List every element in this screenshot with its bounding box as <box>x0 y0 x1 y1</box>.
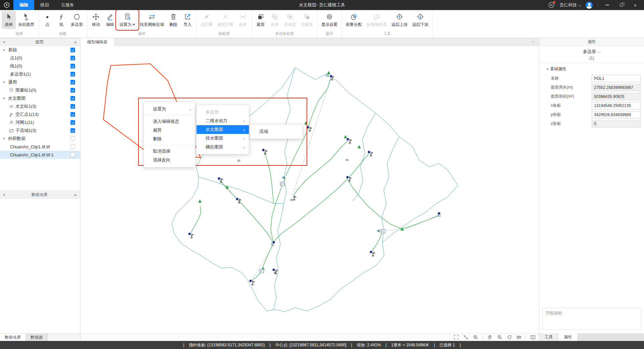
layer-checkbox[interactable] <box>70 72 75 77</box>
layer-item-junction[interactable]: 交汇点1(13) <box>0 110 80 118</box>
tab-data-source[interactable]: 数据源 <box>26 334 48 341</box>
name-field[interactable]: POL1 <box>592 75 641 82</box>
split-view-icon[interactable] <box>530 335 536 340</box>
menu-simulate[interactable]: 模拟 <box>34 0 55 10</box>
merge-line-icon <box>239 13 247 21</box>
map-canvas[interactable] <box>80 46 539 341</box>
display-settings-button[interactable]: 显示设置 <box>319 11 340 29</box>
tab-model-editor[interactable]: 模型编辑器 <box>80 38 114 46</box>
layer-item-subbasin[interactable]: 子流域1(3) <box>0 127 80 135</box>
layer-item-tif-1[interactable]: ChuanAn_Clip1.tif.tif <box>0 143 80 151</box>
layer-item-tif-2[interactable]: ChuanAn_Clip1.tif.tif-1 <box>0 151 80 159</box>
ctx-sub-coupling-layer[interactable]: 耦合图层› <box>197 143 249 151</box>
layer-item-rain-station[interactable]: 雨量站1(0) <box>0 86 80 94</box>
x-coordinate-field[interactable]: 13194548.25952135 <box>592 102 641 109</box>
current-layer-button[interactable]: 当前图层 <box>16 11 37 29</box>
layer-checkbox[interactable] <box>70 120 75 125</box>
layer-checkbox[interactable] <box>70 96 75 101</box>
menu-edit[interactable]: 编辑 <box>13 0 34 10</box>
layer-item-line[interactable]: 线1(0) <box>0 62 80 70</box>
weight-allocation-button[interactable]: 权重分配 <box>343 11 364 29</box>
delete-button[interactable]: 删除 <box>166 11 180 29</box>
section-basic-properties[interactable]: ▾ 基础属性 <box>539 63 644 74</box>
ribbon-group-tools: 权重分配 纵断面检查 追踪上游 追踪下游 工具 <box>342 10 433 38</box>
tab-properties[interactable]: 属性 <box>558 333 578 341</box>
menu-cloud[interactable]: 云服务 <box>55 0 80 10</box>
layer-item-point[interactable]: 点1(0) <box>0 54 80 62</box>
polygon-button[interactable]: 多边形 <box>68 11 85 29</box>
sidebar-bottom-tabs: 数据仓库 数据源 <box>0 333 80 341</box>
pan-hand-icon[interactable] <box>487 335 493 340</box>
to-grid-region-button[interactable]: 转至网格区域 <box>138 11 166 29</box>
ctx-delete[interactable]: 删除 <box>144 135 195 143</box>
point-icon <box>43 13 51 21</box>
add-layer-icon[interactable]: + <box>74 39 77 45</box>
fit-extent-icon[interactable] <box>453 335 459 340</box>
edit-button[interactable]: 编辑 <box>103 11 117 29</box>
add-data-icon[interactable]: + <box>74 192 77 198</box>
clip-button[interactable]: 裁剪 <box>254 11 268 29</box>
selection-type-dropdown[interactable]: 多边形 <box>583 49 600 55</box>
layers-panel-header[interactable]: ▾ 图层 + <box>0 38 80 46</box>
select-button[interactable]: 选择 <box>2 11 16 29</box>
point-button[interactable]: 点 <box>40 11 54 29</box>
restore-button[interactable] <box>616 0 626 10</box>
ctx-set-as[interactable]: 设置为› <box>144 105 195 113</box>
shrink-extent-icon[interactable] <box>463 335 469 340</box>
layer-group-hydrology[interactable]: ▾水文图层 <box>0 94 80 102</box>
ctx-deselect[interactable]: 取消选择 <box>144 147 195 156</box>
ribbon-group-label: 多边形处理 <box>254 31 315 38</box>
layer-checkbox[interactable] <box>70 128 75 133</box>
layer-checkbox[interactable] <box>70 64 75 68</box>
line-button[interactable]: 线 <box>54 11 68 29</box>
ctx-invert-selection[interactable]: 选择反向 <box>144 156 195 164</box>
import-button[interactable]: 导入 <box>180 11 195 29</box>
layer-checkbox[interactable] <box>70 88 75 93</box>
tab-tools[interactable]: 工具 <box>539 333 558 341</box>
2d-mode-button[interactable]: 2D <box>517 335 521 339</box>
datastore-panel-header[interactable]: ▾ 数据仓库 + <box>0 191 80 199</box>
ctx-sub-watershed[interactable]: 流域 <box>250 127 303 136</box>
zoom-in-icon[interactable] <box>497 335 502 340</box>
notification-icon[interactable] <box>548 2 555 8</box>
trace-upstream-button[interactable]: 追踪上游 <box>389 11 410 29</box>
layer-checkbox[interactable] <box>70 80 75 85</box>
org-dropdown[interactable]: 贵仁科技 <box>559 2 581 8</box>
toolbar-divider <box>483 335 483 340</box>
close-button[interactable]: × <box>631 0 640 10</box>
tab-data-warehouse[interactable]: 数据仓库 <box>0 334 26 341</box>
layer-checkbox[interactable] <box>70 48 75 52</box>
refresh-icon[interactable] <box>507 335 512 340</box>
app-logo[interactable] <box>0 0 13 10</box>
layer-group-external[interactable]: ▾外部数据 <box>0 135 80 143</box>
ctx-clip[interactable]: 裁剪 <box>144 126 195 135</box>
layer-checkbox[interactable] <box>70 104 75 109</box>
layer-checkbox[interactable] <box>70 112 75 117</box>
trace-downstream-button[interactable]: 追踪下游 <box>410 11 431 29</box>
layer-group-general[interactable]: ▾通用 <box>0 78 80 86</box>
layer-group-basic[interactable]: ▾基础 <box>0 46 80 54</box>
layer-item-hydro-station[interactable]: 水文站1(3) <box>0 102 80 110</box>
minimize-button[interactable] <box>602 0 612 10</box>
notification-dot <box>553 1 555 3</box>
move-button[interactable]: 移动 <box>89 11 103 29</box>
layer-checkbox[interactable] <box>70 56 75 60</box>
intersect-icon <box>286 13 294 21</box>
ctx-sub-hydrology-layer[interactable]: 水文图层› <box>197 125 249 134</box>
ctx-sub-2d-hydro[interactable]: 二维水动力› <box>197 116 249 125</box>
layer-checkbox[interactable] <box>70 136 75 141</box>
layer-item-polygon[interactable]: 多边形1(1) <box>0 70 80 78</box>
zoom-select-icon[interactable] <box>473 335 478 340</box>
ctx-enter-edit[interactable]: 进入编辑状态 <box>144 117 195 126</box>
y-coordinate-field[interactable]: 3429526.834839989 <box>592 111 641 118</box>
chevron-down-icon[interactable] <box>532 40 535 43</box>
layer-item-river-network[interactable]: 河网1(11) <box>0 118 80 127</box>
junction-icon <box>9 112 14 117</box>
set-as-button[interactable]: 设置为 <box>117 11 138 29</box>
layer-checkbox[interactable] <box>70 152 75 157</box>
avatar[interactable] <box>586 2 593 9</box>
selection-summary: 多边形 (1) <box>539 46 644 63</box>
ctx-sub-drainage-layer[interactable]: 排水图层› <box>197 134 249 143</box>
gear-icon <box>325 13 333 21</box>
layer-checkbox[interactable] <box>70 144 75 149</box>
